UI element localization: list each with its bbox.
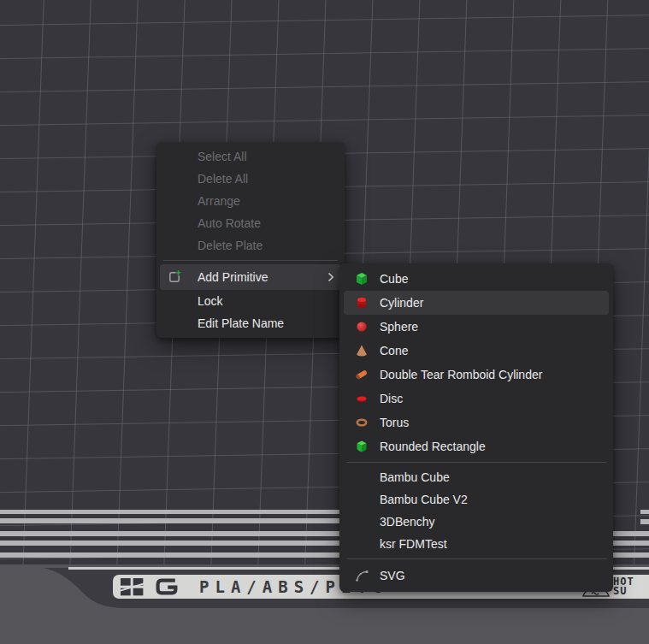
submenu-item-label: Bambu Cube bbox=[380, 470, 450, 484]
torus-icon bbox=[354, 415, 369, 430]
submenu-separator bbox=[346, 462, 606, 463]
plate-type-icon bbox=[154, 577, 180, 596]
add-primitive-icon bbox=[167, 269, 182, 285]
submenu-item-torus[interactable]: Torus bbox=[344, 411, 609, 434]
menu-item-label: Lock bbox=[198, 294, 223, 308]
menu-item-label: Add Primitive bbox=[198, 270, 268, 284]
submenu-item-label: Cube bbox=[380, 272, 408, 286]
submenu-item-cone[interactable]: Cone bbox=[344, 339, 609, 363]
plate-context-menu: Select All Delete All Arrange Auto Rotat… bbox=[156, 142, 345, 338]
menu-item-delete-all: Delete All bbox=[156, 168, 345, 190]
plate-stripe bbox=[0, 518, 385, 523]
submenu-item-label: Sphere bbox=[380, 320, 418, 334]
submenu-item-3dbenchy[interactable]: 3DBenchy bbox=[344, 511, 609, 533]
menu-item-label: Arrange bbox=[198, 194, 240, 208]
submenu-item-cylinder[interactable]: Cylinder bbox=[344, 291, 609, 315]
cylinder-icon bbox=[354, 295, 369, 310]
submenu-item-label: SVG bbox=[380, 569, 405, 582]
submenu-item-label: Disc bbox=[380, 392, 403, 405]
submenu-item-svg[interactable]: SVG bbox=[344, 563, 609, 588]
rounded-rectangle-icon bbox=[354, 439, 369, 454]
disc-icon bbox=[354, 391, 369, 406]
menu-item-edit-plate-name[interactable]: Edit Plate Name bbox=[156, 312, 345, 334]
submenu-item-double-tear-romboid-cylinder[interactable]: Double Tear Romboid Cylinder bbox=[344, 363, 609, 387]
menu-item-label: Delete All bbox=[198, 172, 248, 186]
submenu-item-label: Double Tear Romboid Cylinder bbox=[380, 368, 542, 381]
menu-item-add-primitive[interactable]: Add Primitive bbox=[160, 264, 341, 290]
submenu-item-sphere[interactable]: Sphere bbox=[344, 315, 609, 339]
submenu-item-ksr-fdmtest[interactable]: ksr FDMTest bbox=[344, 533, 609, 555]
double-tear-romboid-cylinder-icon bbox=[354, 367, 369, 382]
add-primitive-submenu: Cube Cylinder Sphere bbox=[339, 263, 613, 592]
menu-item-auto-rotate: Auto Rotate bbox=[156, 212, 345, 234]
menu-item-arrange: Arrange bbox=[156, 190, 345, 212]
submenu-item-disc[interactable]: Disc bbox=[344, 387, 609, 411]
submenu-item-label: ksr FDMTest bbox=[380, 537, 447, 551]
submenu-item-bambu-cube[interactable]: Bambu Cube bbox=[344, 466, 609, 488]
menu-item-label: Auto Rotate bbox=[198, 216, 261, 230]
submenu-item-label: Torus bbox=[380, 416, 409, 429]
submenu-item-label: Rounded Rectangle bbox=[380, 440, 486, 453]
plate-stripe bbox=[0, 510, 385, 514]
menu-item-label: Select All bbox=[198, 150, 247, 163]
viewport-3d[interactable]: PLA/ABS/PETG HOT SU Select All Delete Al… bbox=[0, 0, 649, 644]
cube-icon bbox=[354, 271, 369, 287]
bambu-logo-icon bbox=[121, 578, 144, 596]
menu-item-lock[interactable]: Lock bbox=[156, 290, 345, 312]
cone-icon bbox=[354, 343, 369, 358]
menu-item-delete-plate: Delete Plate bbox=[156, 234, 345, 257]
menu-item-label: Edit Plate Name bbox=[198, 316, 284, 330]
submenu-item-label: Cylinder bbox=[380, 296, 423, 310]
plate-stripe bbox=[640, 510, 649, 514]
submenu-item-bambu-cube-v2[interactable]: Bambu Cube V2 bbox=[344, 488, 609, 511]
submenu-arrow-icon bbox=[327, 272, 334, 282]
menu-item-select-all: Select All bbox=[156, 145, 345, 168]
menu-separator bbox=[163, 260, 338, 261]
plate-warning-text: HOT SU bbox=[613, 577, 634, 596]
sphere-icon bbox=[354, 319, 369, 334]
submenu-item-label: 3DBenchy bbox=[380, 515, 435, 529]
submenu-item-label: Cone bbox=[380, 344, 408, 357]
submenu-item-cube[interactable]: Cube bbox=[344, 267, 609, 291]
bezier-curve-icon bbox=[354, 568, 369, 583]
submenu-separator bbox=[346, 558, 606, 559]
submenu-item-label: Bambu Cube V2 bbox=[380, 493, 468, 506]
plate-stripe bbox=[640, 519, 649, 524]
plate-warning-line2: SU bbox=[613, 587, 634, 596]
menu-item-label: Delete Plate bbox=[198, 239, 263, 252]
submenu-item-rounded-rectangle[interactable]: Rounded Rectangle bbox=[344, 434, 609, 458]
